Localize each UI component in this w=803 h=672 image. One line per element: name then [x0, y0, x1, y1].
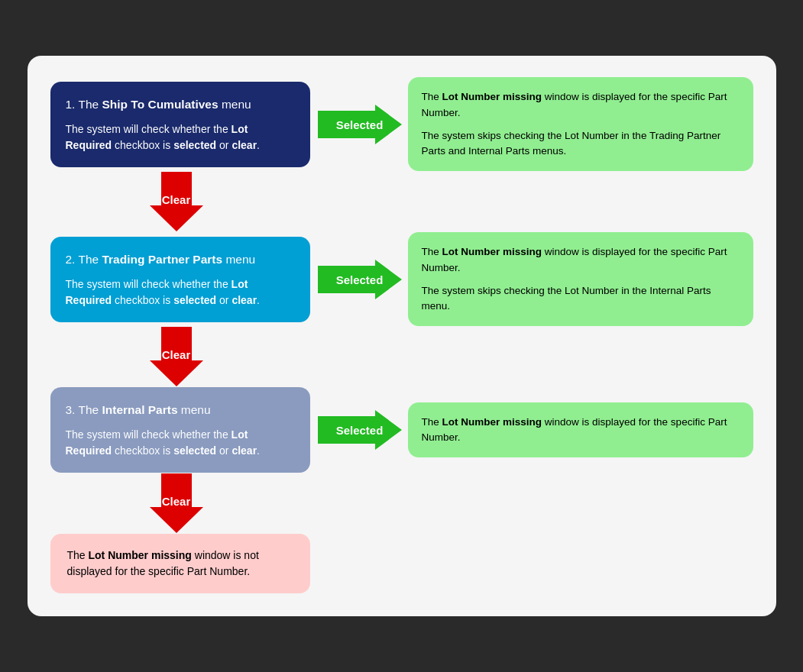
step1-right-line1: The Lot Number missing window is display… — [422, 89, 740, 121]
clear-arrow-2: Clear — [150, 327, 203, 386]
clear-arrow-1: Clear — [150, 172, 203, 231]
clear-label-2: Clear — [162, 348, 191, 361]
step3-right-line1: The Lot Number missing window is display… — [422, 415, 740, 446]
diagram-container: 1. The Ship To Cumulatives menu The syst… — [28, 56, 776, 615]
step1-title: 1. The Ship To Cumulatives menu — [66, 95, 295, 113]
svg-marker-4 — [318, 410, 402, 450]
step2-right-line2: The system skips checking the Lot Number… — [422, 283, 740, 315]
clear-label-1: Clear — [162, 193, 191, 206]
final-box-text: The Lot Number missing window is not dis… — [67, 548, 293, 580]
clear-arrow-3-row: Clear — [50, 473, 753, 534]
step2-row: 2. The Trading Partner Parts menu The sy… — [50, 232, 753, 326]
step3-right-box: The Lot Number missing window is display… — [408, 402, 753, 458]
step3-selected-arrow: Selected — [318, 410, 402, 450]
step2-arrow-section: Selected The Lot Number missing window i… — [318, 232, 753, 326]
svg-marker-0 — [318, 105, 402, 144]
step2-title: 2. The Trading Partner Parts menu — [66, 250, 295, 268]
final-box: The Lot Number missing window is not dis… — [50, 534, 310, 593]
step3-arrow-section: Selected The Lot Number missing window i… — [318, 402, 753, 458]
clear-arrow-2-row: Clear — [50, 326, 753, 387]
step1-body: The system will check whether the Lot Re… — [66, 121, 295, 153]
step3-body: The system will check whether the Lot Re… — [66, 427, 295, 459]
step2-box: 2. The Trading Partner Parts menu The sy… — [50, 237, 310, 321]
step1-box: 1. The Ship To Cumulatives menu The syst… — [50, 82, 310, 166]
step3-box: 3. The Internal Parts menu The system wi… — [50, 387, 310, 472]
step1-arrow-section: Selected The Lot Number missing window i… — [318, 77, 753, 171]
clear-arrow-1-row: Clear — [50, 171, 753, 232]
clear-label-3: Clear — [162, 495, 191, 508]
clear-arrow-3: Clear — [150, 473, 203, 533]
step2-selected-arrow: Selected — [318, 260, 402, 299]
step3-title: 3. The Internal Parts menu — [66, 401, 295, 418]
step1-selected-arrow: Selected — [318, 105, 402, 144]
final-row: The Lot Number missing window is not dis… — [50, 534, 753, 593]
svg-marker-2 — [318, 260, 402, 299]
step2-body: The system will check whether the Lot Re… — [66, 276, 295, 309]
step2-right-box: The Lot Number missing window is display… — [408, 232, 753, 326]
step1-right-box: The Lot Number missing window is display… — [408, 77, 753, 171]
step2-right-line1: The Lot Number missing window is display… — [422, 244, 740, 276]
step1-right-line2: The system skips checking the Lot Number… — [422, 128, 740, 160]
step1-row: 1. The Ship To Cumulatives menu The syst… — [50, 77, 753, 171]
step3-row: 3. The Internal Parts menu The system wi… — [50, 387, 753, 472]
